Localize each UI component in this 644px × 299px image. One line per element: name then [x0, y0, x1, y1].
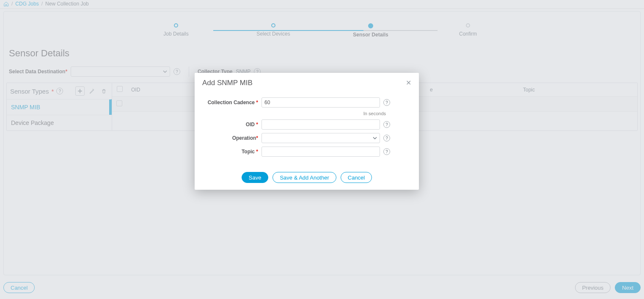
modal-title: Add SNMP MIB — [202, 79, 253, 87]
topic-input[interactable] — [261, 147, 380, 157]
close-icon[interactable]: ✕ — [406, 80, 411, 86]
help-icon[interactable]: ? — [383, 135, 390, 141]
topic-label: Topic * — [199, 149, 258, 155]
help-icon[interactable]: ? — [383, 121, 390, 128]
modal-cancel-button[interactable]: Cancel — [341, 172, 372, 183]
save-add-another-button[interactable]: Save & Add Another — [272, 172, 336, 183]
add-snmp-mib-modal: Add SNMP MIB ✕ Collection Cadence * ? In… — [195, 73, 419, 190]
operation-label: Operation* — [199, 135, 258, 141]
operation-select[interactable] — [261, 133, 380, 143]
cadence-input[interactable] — [261, 97, 380, 108]
help-icon[interactable]: ? — [383, 148, 390, 155]
cadence-hint: In seconds — [199, 111, 386, 116]
help-icon[interactable]: ? — [383, 99, 390, 106]
cadence-label: Collection Cadence * — [199, 100, 258, 105]
oid-label: OID * — [199, 122, 258, 127]
oid-input[interactable] — [261, 119, 380, 130]
save-button[interactable]: Save — [242, 172, 269, 183]
